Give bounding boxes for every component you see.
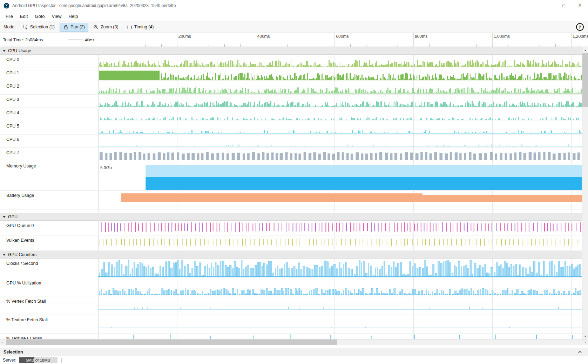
track-row-texture-fetch-stall[interactable]: % Texture Fetch Stall [0,315,582,334]
ruler-major-tick [571,33,572,47]
menu-item-edit[interactable]: Edit [16,12,31,20]
track-label: CPU 5 [6,124,19,129]
maximize-button[interactable]: □ [556,0,572,11]
track-chart-cpu-7[interactable] [98,148,582,161]
track-row-cpu-2[interactable]: CPU 2 [0,81,582,95]
collapse-triangle-icon [3,254,6,256]
minimize-button[interactable]: – [540,0,556,11]
ruler-minor-tick [555,44,556,47]
ruler-minor-tick [161,44,162,47]
server-label: Server: [3,358,16,363]
track-chart-vulkan-events[interactable] [98,235,582,250]
track-chart-battery-usage[interactable] [98,191,582,209]
ruler-tick-label: 1,000ms [494,34,510,39]
track-row-cpu-6[interactable]: CPU 6 [0,135,582,148]
track-chart-texture-fetch-stall[interactable] [98,315,582,333]
ruler-major-tick [492,33,493,47]
ruler-tick-label: 400ms [257,34,270,39]
menu-item-help[interactable]: Help [65,12,82,20]
track-chart-memory-usage[interactable] [98,161,582,190]
track-row-cpu-7[interactable]: CPU 7 [0,148,582,161]
section-label: GPU [8,214,18,219]
scroll-left-icon[interactable]: ‹ [0,339,6,345]
mode-button-selection-1[interactable]: Selection (1) [19,23,58,32]
menu-item-view[interactable]: View [48,12,65,20]
ruler-minor-tick [224,44,225,47]
horizontal-scrollbar-thumb[interactable] [6,339,337,345]
status-separator [61,358,62,363]
timeline-area: CPU UsageCPU 0CPU 1CPU 2CPU 3CPU 4CPU 5C… [0,47,588,339]
track-row-gpu-queue-0[interactable]: GPU Queue 0 [0,221,582,235]
ruler-minor-tick [524,44,524,47]
memory-value-annotation: 5.3Gb [100,165,112,170]
track-row-cpu-1[interactable]: CPU 1 [0,68,582,81]
selection-panel-header[interactable]: Selection [0,348,588,356]
horizontal-scrollbar[interactable]: ‹ › [0,339,588,345]
mode-button-label: Zoom (3) [101,25,119,29]
track-chart-cpu-3[interactable] [98,95,582,108]
ruler-minor-tick [209,44,209,47]
track-label: CPU 0 [6,57,19,62]
track-chart-cpu-0[interactable] [98,55,582,68]
track-chart-cpu-4[interactable] [98,108,582,121]
menu-item-file[interactable]: File [2,12,16,20]
track-chart-cpu-1[interactable] [98,68,582,81]
vertical-scrollbar[interactable]: ▴ ▾ [582,47,588,339]
ruler-tick-label: 600ms [336,34,349,39]
section-header-gpu[interactable]: GPU [0,213,582,221]
ruler-minor-tick [240,44,241,47]
track-label: CPU 4 [6,110,19,115]
ruler-minor-tick [445,44,445,47]
track-chart-cpu-5[interactable] [98,121,582,134]
mode-button-pan-2[interactable]: Pan (2) [60,23,88,32]
track-row-vulkan-events[interactable]: Vulkan Events [0,235,582,251]
track-label: % Texture Fetch Stall [6,317,48,322]
ruler-minor-tick [146,44,146,47]
close-button[interactable]: × [572,0,588,11]
track-row-cpu-3[interactable]: CPU 3 [0,95,582,108]
track-chart-clocks-second[interactable] [98,259,582,278]
vertical-scrollbar-thumb[interactable] [582,53,588,107]
ruler-ticks[interactable]: 200ms400ms600ms800ms1,000ms1,200ms [98,33,588,47]
section-header-cpu-usage[interactable]: CPU Usage [0,47,582,55]
scroll-down-icon[interactable]: ▾ [582,333,588,339]
track-chart-gpu-utilization[interactable] [98,278,582,296]
pan-icon [63,25,68,30]
scale-label: 40ms [85,38,94,42]
track-row-clocks-second[interactable]: Clocks / Second [0,259,582,278]
scroll-up-icon[interactable]: ▴ [582,47,588,53]
chevron-up-icon[interactable] [577,350,582,355]
track-label: % Texture L1 Miss [6,336,42,339]
track-label: GPU Queue 0 [6,223,34,228]
ruler-minor-tick [508,44,508,47]
menu-item-goto[interactable]: Goto [31,12,48,20]
scroll-right-icon[interactable]: › [582,339,588,345]
track-row-texture-l1-miss[interactable]: % Texture L1 Miss [0,334,582,339]
track-chart-vertex-fetch-stall[interactable] [98,296,582,315]
panel-gap [0,345,588,348]
track-label: % Vertex Fetch Stall [6,299,46,304]
track-label: Memory Usage [6,164,36,169]
track-row-cpu-0[interactable]: CPU 0 [0,55,582,68]
mode-button-timing-4[interactable]: Timing (4) [123,23,157,32]
track-row-gpu-utilization[interactable]: GPU % Utilization [0,278,582,296]
mode-button-zoom-3[interactable]: Zoom (3) [90,23,122,32]
track-chart-gpu-queue-0[interactable] [98,221,582,235]
ruler-major-tick [334,33,335,47]
help-button[interactable]: ? [576,23,584,31]
ruler-minor-tick [477,44,477,47]
track-chart-texture-l1-miss[interactable] [98,334,582,339]
timeline-ruler: Total Time: 2s084ms 40ms 200ms400ms600ms… [0,33,588,47]
track-chart-cpu-2[interactable] [98,81,582,94]
track-row-vertex-fetch-stall[interactable]: % Vertex Fetch Stall [0,296,582,315]
ruler-minor-tick [130,44,130,47]
track-row-memory-usage[interactable]: Memory Usage5.3Gb [0,161,582,191]
section-header-gpu-counters[interactable]: GPU Counters [0,251,582,259]
track-label: CPU 1 [6,70,19,75]
track-chart-cpu-6[interactable] [98,135,582,147]
track-row-cpu-5[interactable]: CPU 5 [0,121,582,135]
ruler-minor-tick [540,44,540,47]
track-row-battery-usage[interactable]: Battery Usage [0,191,582,210]
track-row-cpu-4[interactable]: CPU 4 [0,108,582,121]
ruler-minor-tick [461,44,461,47]
